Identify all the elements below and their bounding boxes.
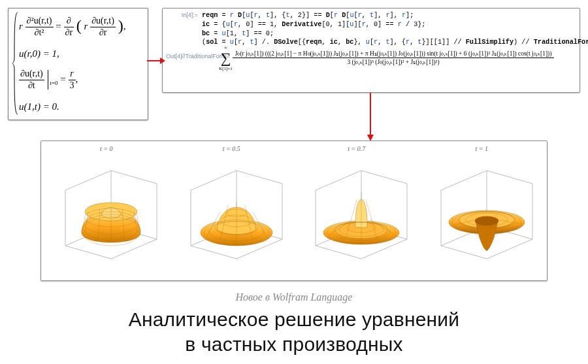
code-line-3: bc = u[1, t] == 0; (202, 29, 573, 39)
output-formula: Out[4]//TraditionalForm= ∑∞K[1]=1 J₀(r j… (202, 48, 573, 68)
code-line-1: In[4]:= reqn = r D[u[r, t], {t, 2}] == D… (202, 11, 573, 20)
code-line-4: (sol = u[r, t] /. DSolve[{reqn, ic, bc},… (202, 38, 573, 47)
main-title: Аналитическое решение уравнений в частны… (0, 307, 588, 356)
plot-t07: t = 0.7 (295, 145, 418, 278)
equation-system-box: r ∂²u(r,t)∂t² = ∂∂r ( r ∂u(r,t)∂r ), u(r… (8, 8, 148, 120)
plots-panel: t = 0 (41, 141, 547, 281)
plot-t1: t = 1 (420, 145, 543, 278)
pde-equation: r ∂²u(r,t)∂t² = ∂∂r ( r ∂u(r,t)∂r ), (19, 16, 144, 39)
code-line-2: ic = {u[r, 0] == 1, Derivative[0, 1][u][… (202, 20, 573, 29)
arrow-down-icon (366, 93, 375, 141)
plot-t05: t = 0.5 (170, 145, 293, 278)
svg-marker-1 (160, 58, 165, 64)
wolfram-code-box: In[4]:= reqn = r D[u[r, t], {t, 2}] == D… (162, 8, 580, 93)
arrow-right-icon (147, 56, 165, 65)
plot-t0: t = 0 (45, 145, 168, 278)
sigma-icon: ∑∞K[1]=1 (221, 48, 231, 68)
initial-condition-2: ∂u(r,t)∂t t=0 = r3, (19, 69, 144, 91)
brace-icon (12, 11, 19, 117)
subtitle: Новое в Wolfram Language (0, 291, 588, 303)
boundary-condition: u(1,t) = 0. (19, 101, 144, 112)
initial-condition-1: u(r,0) = 1, (19, 48, 144, 59)
svg-point-23 (475, 216, 498, 225)
